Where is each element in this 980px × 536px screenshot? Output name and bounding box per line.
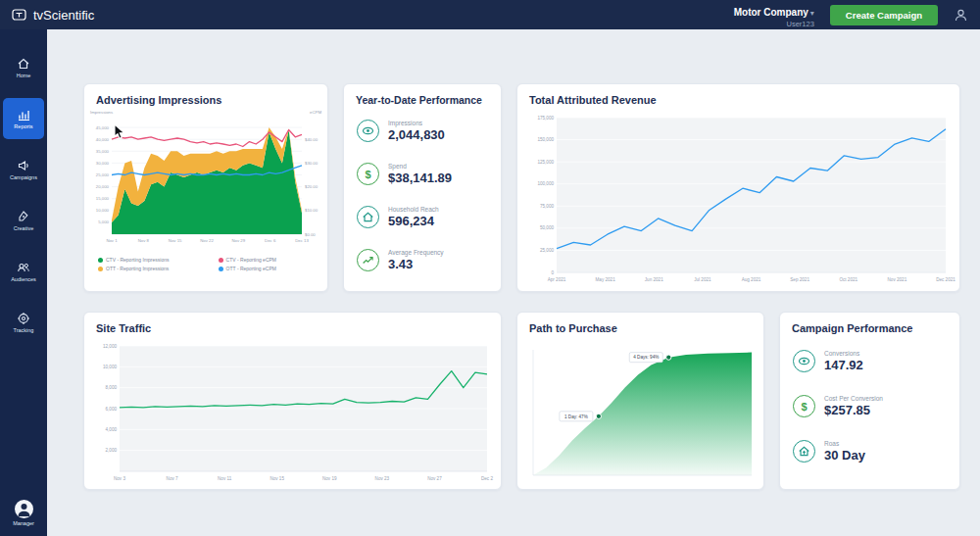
svg-text:Dec 13: Dec 13: [295, 238, 309, 243]
svg-text:eCPM: eCPM: [310, 110, 321, 115]
svg-text:Dec 6: Dec 6: [265, 238, 276, 243]
stat-roas: Roas30 Day: [793, 440, 865, 463]
sidebar-item-home[interactable]: Home: [3, 47, 44, 88]
svg-text:5,000: 5,000: [98, 219, 109, 224]
dollar-icon: $: [357, 163, 379, 185]
stat-spend: $ Spend$38,141.89: [357, 163, 452, 185]
legend-color-dot: [98, 258, 103, 263]
card-title: Campaign Performance: [792, 322, 912, 334]
sidebar-item-reports[interactable]: Reports: [3, 98, 44, 139]
stat-household-reach: Household Reach596,234: [357, 206, 439, 228]
stat-value: $257.85: [824, 403, 883, 417]
stat-impressions: Impressions2,044,830: [357, 120, 445, 142]
trend-up-icon: [357, 249, 379, 271]
svg-text:175,000: 175,000: [537, 116, 554, 121]
svg-text:15,000: 15,000: [96, 196, 110, 201]
svg-text:$30.00: $30.00: [305, 161, 318, 166]
house-up-icon: [793, 440, 815, 463]
legend-item: CTV - Reporting Impressions: [98, 257, 213, 263]
sidebar-item-label: Audiences: [11, 276, 36, 282]
svg-text:$0.00: $0.00: [305, 232, 316, 237]
svg-text:Nov 1: Nov 1: [106, 238, 118, 243]
svg-text:2,000: 2,000: [106, 448, 118, 453]
svg-text:150,000: 150,000: [537, 137, 554, 142]
manager-avatar: [15, 500, 33, 518]
stat-value: 2,044,830: [388, 127, 445, 142]
top-bar: tvScientific Motor Company▾ User123 Crea…: [0, 0, 980, 29]
manager-label: Manager: [13, 520, 34, 526]
home-icon: [17, 57, 30, 71]
path-to-purchase-chart[interactable]: 1 Day: 47%4 Days: 94%: [525, 340, 758, 483]
svg-text:Nov 11: Nov 11: [218, 476, 232, 481]
svg-text:10,000: 10,000: [103, 365, 117, 369]
user-profile-icon[interactable]: [954, 8, 968, 23]
eye-icon: [357, 120, 379, 142]
stat-conversions: Conversions147.92: [793, 350, 863, 372]
brand: tvScientific: [12, 7, 94, 23]
stat-average-frequency: Average Frequency3.43: [357, 249, 444, 271]
svg-text:Nov 15: Nov 15: [270, 476, 284, 481]
svg-text:May 2021: May 2021: [596, 277, 616, 282]
svg-text:25,000: 25,000: [540, 248, 554, 253]
stat-label: Conversions: [824, 350, 863, 357]
account-dropdown[interactable]: Motor Company▾ User123: [734, 1, 814, 28]
svg-text:12,000: 12,000: [103, 344, 117, 349]
svg-text:8,000: 8,000: [106, 385, 118, 390]
svg-text:10,000: 10,000: [96, 208, 110, 213]
reports-icon: [17, 108, 30, 122]
svg-text:Jun 2021: Jun 2021: [645, 277, 663, 282]
brand-name: tvScientific: [33, 8, 94, 23]
svg-text:Nov 22: Nov 22: [200, 238, 214, 243]
sidebar-item-audiences[interactable]: Audiences: [3, 251, 44, 292]
svg-text:40,000: 40,000: [96, 137, 110, 142]
audiences-icon: [17, 261, 30, 274]
legend-color-dot: [219, 267, 223, 271]
sidebar-item-creative[interactable]: Creative: [3, 200, 44, 241]
eye-icon: [793, 350, 815, 372]
account-user: User123: [734, 20, 814, 28]
site-traffic-card: Site Traffic 2,0004,0006,0008,00010,0001…: [83, 312, 502, 490]
svg-text:75,000: 75,000: [540, 204, 554, 209]
creative-icon: [17, 210, 30, 223]
stat-label: Roas: [824, 440, 865, 447]
campaign-performance-card: Campaign Performance Conversions147.92 $…: [779, 312, 960, 490]
svg-text:Nov 7: Nov 7: [167, 476, 178, 481]
svg-text:125,000: 125,000: [537, 160, 554, 165]
stat-label: Average Frequency: [388, 249, 444, 256]
stat-value: 147.92: [824, 358, 863, 372]
svg-text:30,000: 30,000: [96, 161, 110, 166]
sidebar-item-label: Home: [17, 73, 31, 78]
advertising-impressions-chart[interactable]: 5,00010,00015,00020,00025,00030,00035,00…: [88, 108, 323, 247]
sidebar-item-label: Tracking: [14, 327, 34, 333]
svg-text:Nov 2021: Nov 2021: [888, 277, 907, 282]
svg-text:20,000: 20,000: [96, 184, 110, 189]
sidebar-item-campaigns[interactable]: Campaigns: [3, 149, 44, 190]
card-title: Total Attributed Revenue: [529, 94, 657, 106]
svg-text:Jul 2021: Jul 2021: [694, 277, 711, 282]
chart-legend: CTV - Reporting ImpressionsCTV - Reporti…: [98, 257, 318, 271]
sidebar-manager[interactable]: Manager: [13, 500, 34, 526]
svg-text:Nov 29: Nov 29: [232, 238, 246, 243]
svg-text:Nov 8: Nov 8: [138, 238, 150, 243]
svg-text:Dec 2: Dec 2: [481, 476, 493, 481]
legend-item: OTT - Reporting eCPM: [219, 266, 318, 271]
site-traffic-chart[interactable]: 2,0004,0006,0008,00010,00012,000Nov 3Nov…: [90, 338, 497, 485]
svg-text:Sep 2021: Sep 2021: [790, 277, 809, 282]
advertising-impressions-card: Advertising Impressions 5,00010,00015,00…: [83, 83, 328, 292]
card-title: Year-to-Date Performance: [356, 94, 482, 106]
tracking-icon: [17, 312, 30, 325]
sidebar-item-tracking[interactable]: Tracking: [3, 302, 44, 343]
stat-value: $38,141.89: [388, 171, 452, 185]
total-attributed-revenue-card: Total Attributed Revenue 025,00050,00075…: [516, 83, 960, 292]
svg-text:0: 0: [551, 270, 554, 275]
sidebar-item-label: Creative: [14, 225, 33, 231]
card-title: Site Traffic: [96, 322, 151, 334]
dollar-icon: $: [793, 395, 815, 417]
house-icon: [357, 206, 379, 228]
total-attributed-revenue-chart[interactable]: 025,00050,00075,000100,000125,000150,000…: [523, 110, 956, 286]
stat-label: Spend: [388, 163, 452, 170]
svg-text:Oct 2021: Oct 2021: [839, 277, 858, 282]
svg-text:6,000: 6,000: [106, 407, 118, 412]
create-campaign-button[interactable]: Create Campaign: [830, 5, 938, 25]
tvscientific-logo-icon: [12, 7, 27, 23]
